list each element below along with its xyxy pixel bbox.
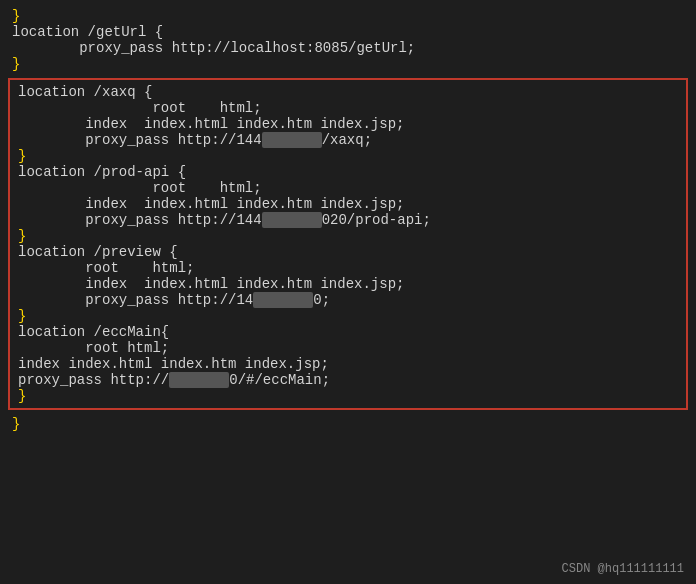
bottom-code-section: } [0, 412, 696, 440]
highlighted-code-block: location /xaxq { root html; index index.… [8, 78, 688, 410]
top-code-section: } location /getUrl { proxy_pass http://l… [0, 0, 696, 76]
xaxq-close: } [18, 148, 678, 164]
code-viewer: } location /getUrl { proxy_pass http://l… [0, 0, 696, 584]
top-line-4: } [12, 56, 684, 72]
eccmain-line-1: location /eccMain{ [18, 324, 678, 340]
xaxq-line-3: index index.html index.htm index.jsp; [18, 116, 678, 132]
xaxq-line-1: location /xaxq { [18, 84, 678, 100]
prod-api-line-2: root html; [18, 180, 678, 196]
watermark: CSDN @hq111111111 [562, 562, 684, 576]
block-xaxq: location /xaxq { root html; index index.… [18, 84, 678, 148]
eccmain-line-4: proxy_pass http://​​​​​​​​​0/#/eccMain; [18, 372, 678, 388]
block-eccmain: location /eccMain{ root html; index inde… [18, 324, 678, 388]
block-preview: location /preview { root html; index ind… [18, 244, 678, 308]
preview-line-2: root html; [18, 260, 678, 276]
prod-api-line-4: proxy_pass http://144​​​​​​​020/prod-api… [18, 212, 678, 228]
prod-api-line-3: index index.html index.htm index.jsp; [18, 196, 678, 212]
block-prod-api: location /prod-api { root html; index in… [18, 164, 678, 228]
preview-line-1: location /preview { [18, 244, 678, 260]
prod-api-close: } [18, 228, 678, 244]
xaxq-line-4: proxy_pass http://144​​​​​​​/xaxq; [18, 132, 678, 148]
preview-line-3: index index.html index.htm index.jsp; [18, 276, 678, 292]
top-line-2: location /getUrl { [12, 24, 684, 40]
prod-api-line-1: location /prod-api { [18, 164, 678, 180]
preview-line-4: proxy_pass http://14​​​​​​​​0; [18, 292, 678, 308]
top-line-3: proxy_pass http://localhost:8085/getUrl; [12, 40, 684, 56]
eccmain-line-3: index index.html index.htm index.jsp; [18, 356, 678, 372]
bottom-line-1: } [12, 416, 684, 432]
preview-close: } [18, 308, 678, 324]
eccmain-close: } [18, 388, 678, 404]
xaxq-line-2: root html; [18, 100, 678, 116]
top-line-1: } [12, 8, 684, 24]
eccmain-line-2: root html; [18, 340, 678, 356]
